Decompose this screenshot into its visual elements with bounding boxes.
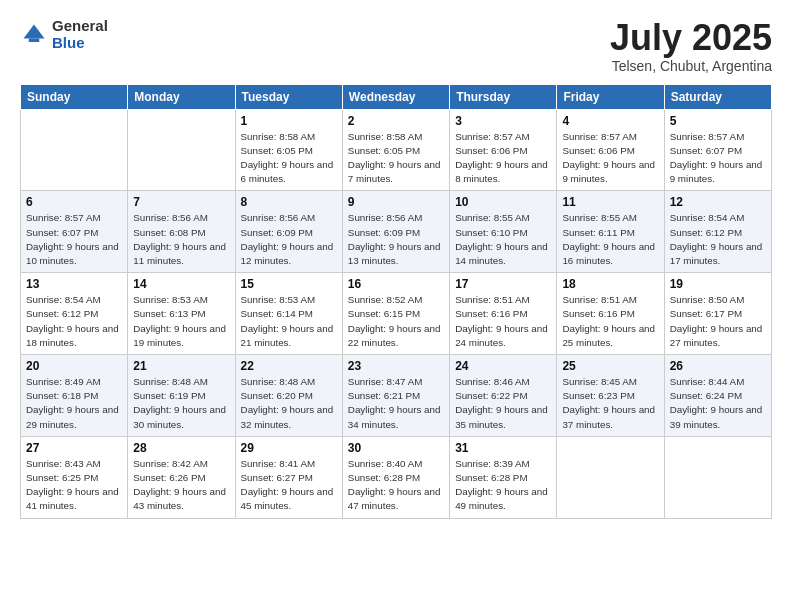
calendar-cell	[128, 109, 235, 191]
day-number: 14	[133, 277, 229, 291]
weekday-header-sunday: Sunday	[21, 84, 128, 109]
day-number: 18	[562, 277, 658, 291]
week-row-2: 6Sunrise: 8:57 AMSunset: 6:07 PMDaylight…	[21, 191, 772, 273]
weekday-header-row: SundayMondayTuesdayWednesdayThursdayFrid…	[21, 84, 772, 109]
calendar-cell: 20Sunrise: 8:49 AMSunset: 6:18 PMDayligh…	[21, 355, 128, 437]
day-number: 23	[348, 359, 444, 373]
calendar-cell: 18Sunrise: 8:51 AMSunset: 6:16 PMDayligh…	[557, 273, 664, 355]
logo-icon	[20, 21, 48, 49]
day-detail: Sunrise: 8:50 AMSunset: 6:17 PMDaylight:…	[670, 293, 766, 350]
day-detail: Sunrise: 8:51 AMSunset: 6:16 PMDaylight:…	[562, 293, 658, 350]
day-number: 26	[670, 359, 766, 373]
calendar-cell: 28Sunrise: 8:42 AMSunset: 6:26 PMDayligh…	[128, 436, 235, 518]
day-detail: Sunrise: 8:42 AMSunset: 6:26 PMDaylight:…	[133, 457, 229, 514]
day-detail: Sunrise: 8:57 AMSunset: 6:06 PMDaylight:…	[455, 130, 551, 187]
calendar-cell: 19Sunrise: 8:50 AMSunset: 6:17 PMDayligh…	[664, 273, 771, 355]
day-number: 24	[455, 359, 551, 373]
calendar-cell: 16Sunrise: 8:52 AMSunset: 6:15 PMDayligh…	[342, 273, 449, 355]
day-number: 1	[241, 114, 337, 128]
logo: General Blue	[20, 18, 108, 51]
day-detail: Sunrise: 8:57 AMSunset: 6:07 PMDaylight:…	[26, 211, 122, 268]
day-detail: Sunrise: 8:58 AMSunset: 6:05 PMDaylight:…	[241, 130, 337, 187]
calendar-cell	[664, 436, 771, 518]
calendar-cell: 31Sunrise: 8:39 AMSunset: 6:28 PMDayligh…	[450, 436, 557, 518]
day-number: 9	[348, 195, 444, 209]
day-detail: Sunrise: 8:53 AMSunset: 6:13 PMDaylight:…	[133, 293, 229, 350]
calendar-cell: 21Sunrise: 8:48 AMSunset: 6:19 PMDayligh…	[128, 355, 235, 437]
day-number: 5	[670, 114, 766, 128]
day-number: 29	[241, 441, 337, 455]
logo-general-text: General	[52, 18, 108, 35]
day-detail: Sunrise: 8:58 AMSunset: 6:05 PMDaylight:…	[348, 130, 444, 187]
day-number: 27	[26, 441, 122, 455]
calendar-cell: 11Sunrise: 8:55 AMSunset: 6:11 PMDayligh…	[557, 191, 664, 273]
day-detail: Sunrise: 8:52 AMSunset: 6:15 PMDaylight:…	[348, 293, 444, 350]
day-detail: Sunrise: 8:53 AMSunset: 6:14 PMDaylight:…	[241, 293, 337, 350]
calendar-title: July 2025	[610, 18, 772, 58]
day-number: 4	[562, 114, 658, 128]
day-detail: Sunrise: 8:54 AMSunset: 6:12 PMDaylight:…	[26, 293, 122, 350]
calendar-cell: 23Sunrise: 8:47 AMSunset: 6:21 PMDayligh…	[342, 355, 449, 437]
day-number: 12	[670, 195, 766, 209]
day-number: 10	[455, 195, 551, 209]
day-number: 28	[133, 441, 229, 455]
weekday-header-tuesday: Tuesday	[235, 84, 342, 109]
day-detail: Sunrise: 8:57 AMSunset: 6:06 PMDaylight:…	[562, 130, 658, 187]
day-number: 17	[455, 277, 551, 291]
calendar-cell: 3Sunrise: 8:57 AMSunset: 6:06 PMDaylight…	[450, 109, 557, 191]
calendar-cell: 9Sunrise: 8:56 AMSunset: 6:09 PMDaylight…	[342, 191, 449, 273]
calendar-cell: 13Sunrise: 8:54 AMSunset: 6:12 PMDayligh…	[21, 273, 128, 355]
day-number: 6	[26, 195, 122, 209]
day-detail: Sunrise: 8:46 AMSunset: 6:22 PMDaylight:…	[455, 375, 551, 432]
day-number: 11	[562, 195, 658, 209]
weekday-header-thursday: Thursday	[450, 84, 557, 109]
weekday-header-friday: Friday	[557, 84, 664, 109]
calendar-cell	[21, 109, 128, 191]
calendar-table: SundayMondayTuesdayWednesdayThursdayFrid…	[20, 84, 772, 519]
calendar-cell: 5Sunrise: 8:57 AMSunset: 6:07 PMDaylight…	[664, 109, 771, 191]
header: General Blue July 2025 Telsen, Chubut, A…	[20, 18, 772, 74]
week-row-1: 1Sunrise: 8:58 AMSunset: 6:05 PMDaylight…	[21, 109, 772, 191]
day-detail: Sunrise: 8:48 AMSunset: 6:19 PMDaylight:…	[133, 375, 229, 432]
svg-rect-1	[29, 38, 40, 42]
day-number: 25	[562, 359, 658, 373]
calendar-cell: 2Sunrise: 8:58 AMSunset: 6:05 PMDaylight…	[342, 109, 449, 191]
calendar-cell: 29Sunrise: 8:41 AMSunset: 6:27 PMDayligh…	[235, 436, 342, 518]
week-row-4: 20Sunrise: 8:49 AMSunset: 6:18 PMDayligh…	[21, 355, 772, 437]
week-row-5: 27Sunrise: 8:43 AMSunset: 6:25 PMDayligh…	[21, 436, 772, 518]
day-number: 7	[133, 195, 229, 209]
day-number: 8	[241, 195, 337, 209]
calendar-cell	[557, 436, 664, 518]
weekday-header-monday: Monday	[128, 84, 235, 109]
day-detail: Sunrise: 8:49 AMSunset: 6:18 PMDaylight:…	[26, 375, 122, 432]
day-number: 3	[455, 114, 551, 128]
calendar-cell: 14Sunrise: 8:53 AMSunset: 6:13 PMDayligh…	[128, 273, 235, 355]
day-number: 30	[348, 441, 444, 455]
day-detail: Sunrise: 8:39 AMSunset: 6:28 PMDaylight:…	[455, 457, 551, 514]
day-number: 31	[455, 441, 551, 455]
day-detail: Sunrise: 8:47 AMSunset: 6:21 PMDaylight:…	[348, 375, 444, 432]
day-number: 2	[348, 114, 444, 128]
day-number: 16	[348, 277, 444, 291]
weekday-header-wednesday: Wednesday	[342, 84, 449, 109]
day-detail: Sunrise: 8:55 AMSunset: 6:11 PMDaylight:…	[562, 211, 658, 268]
weekday-header-saturday: Saturday	[664, 84, 771, 109]
calendar-cell: 1Sunrise: 8:58 AMSunset: 6:05 PMDaylight…	[235, 109, 342, 191]
calendar-cell: 30Sunrise: 8:40 AMSunset: 6:28 PMDayligh…	[342, 436, 449, 518]
calendar-cell: 24Sunrise: 8:46 AMSunset: 6:22 PMDayligh…	[450, 355, 557, 437]
day-detail: Sunrise: 8:57 AMSunset: 6:07 PMDaylight:…	[670, 130, 766, 187]
day-detail: Sunrise: 8:43 AMSunset: 6:25 PMDaylight:…	[26, 457, 122, 514]
calendar-cell: 27Sunrise: 8:43 AMSunset: 6:25 PMDayligh…	[21, 436, 128, 518]
day-detail: Sunrise: 8:40 AMSunset: 6:28 PMDaylight:…	[348, 457, 444, 514]
day-number: 20	[26, 359, 122, 373]
calendar-cell: 12Sunrise: 8:54 AMSunset: 6:12 PMDayligh…	[664, 191, 771, 273]
day-number: 13	[26, 277, 122, 291]
title-block: July 2025 Telsen, Chubut, Argentina	[610, 18, 772, 74]
calendar-cell: 4Sunrise: 8:57 AMSunset: 6:06 PMDaylight…	[557, 109, 664, 191]
calendar-cell: 26Sunrise: 8:44 AMSunset: 6:24 PMDayligh…	[664, 355, 771, 437]
day-detail: Sunrise: 8:56 AMSunset: 6:08 PMDaylight:…	[133, 211, 229, 268]
logo-blue-text: Blue	[52, 35, 108, 52]
calendar-page: General Blue July 2025 Telsen, Chubut, A…	[0, 0, 792, 612]
calendar-cell: 6Sunrise: 8:57 AMSunset: 6:07 PMDaylight…	[21, 191, 128, 273]
day-detail: Sunrise: 8:48 AMSunset: 6:20 PMDaylight:…	[241, 375, 337, 432]
